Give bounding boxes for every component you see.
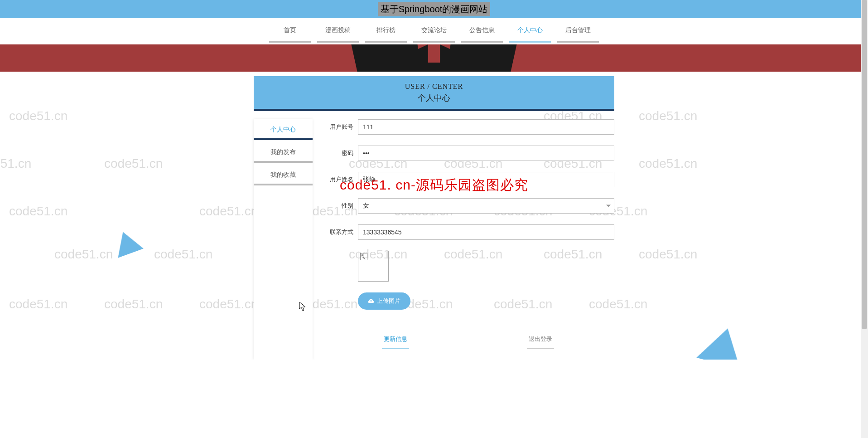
broken-image-icon: [360, 253, 367, 260]
watermark: code51.cn: [104, 156, 163, 171]
input-password[interactable]: [358, 146, 614, 161]
watermark: code51.cn: [639, 247, 697, 262]
watermark: code51.cn: [54, 247, 113, 262]
watermark: code51.cn: [9, 204, 68, 219]
nav-admin[interactable]: 后台管理: [557, 26, 599, 43]
input-contact[interactable]: [358, 224, 614, 240]
label-gender: 性别: [322, 202, 358, 210]
avatar-placeholder: [358, 251, 389, 282]
form-area: 用户账号 密码 用户姓名 性别 联系方式: [322, 119, 614, 360]
site-title: 基于Springboot的漫画网站: [378, 2, 491, 16]
header-bar: 基于Springboot的漫画网站: [0, 0, 868, 18]
label-contact: 联系方式: [322, 228, 358, 236]
banner-silhouette: [334, 44, 534, 72]
nav-ranking[interactable]: 排行榜: [365, 26, 407, 43]
nav-submit[interactable]: 漫画投稿: [317, 26, 359, 43]
label-password: 密码: [322, 149, 358, 157]
watermark: code51.cn: [199, 297, 258, 311]
nav-announce[interactable]: 公告信息: [461, 26, 503, 43]
content-wrap: 个人中心 我的发布 我的收藏 用户账号 密码 用户姓名 性别 联系方式: [254, 119, 614, 360]
watermark: code51.cn: [9, 109, 68, 123]
watermark: code51.cn: [104, 297, 163, 311]
nav-user-center[interactable]: 个人中心: [509, 26, 551, 43]
watermark: code51.cn: [0, 156, 31, 171]
scrollbar-thumb[interactable]: [862, 0, 867, 329]
cloud-upload-icon: [368, 298, 374, 304]
watermark: code51.cn: [639, 109, 697, 123]
nav-home[interactable]: 首页: [269, 26, 311, 43]
side-user-center[interactable]: 个人中心: [254, 119, 313, 140]
label-username: 用户账号: [322, 123, 358, 131]
nav-forum[interactable]: 交流论坛: [413, 26, 455, 43]
main-nav: 首页 漫画投稿 排行榜 交流论坛 公告信息 个人中心 后台管理: [0, 18, 868, 44]
triangle-decoration: [696, 322, 749, 360]
label-nickname: 用户姓名: [322, 175, 358, 184]
logout-button[interactable]: 退出登录: [527, 332, 554, 349]
panel-title-cn: 个人中心: [254, 92, 614, 103]
panel-title-en: USER / CENTER: [254, 83, 614, 91]
update-button[interactable]: 更新信息: [382, 332, 409, 349]
watermark: code51.cn: [9, 297, 68, 311]
input-nickname[interactable]: [358, 172, 614, 187]
input-username[interactable]: [358, 119, 614, 135]
scrollbar[interactable]: [861, 0, 868, 360]
side-menu: 个人中心 我的发布 我的收藏: [254, 119, 313, 360]
upload-label: 上传图片: [377, 297, 400, 305]
watermark: code51.cn: [199, 204, 258, 219]
watermark: code51.cn: [154, 247, 212, 262]
select-gender[interactable]: [358, 198, 614, 214]
watermark: code51.cn: [639, 156, 697, 171]
banner: [0, 44, 868, 72]
triangle-decoration: [110, 227, 143, 258]
panel-header: USER / CENTER 个人中心: [254, 76, 614, 111]
side-my-posts[interactable]: 我的发布: [254, 142, 313, 163]
side-my-favs[interactable]: 我的收藏: [254, 165, 313, 185]
upload-button[interactable]: 上传图片: [358, 292, 410, 310]
